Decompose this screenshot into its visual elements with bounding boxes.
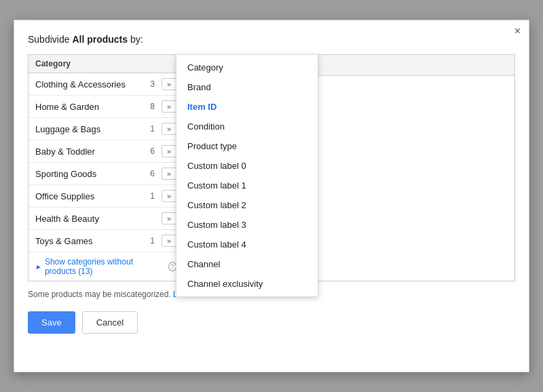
save-button[interactable]: Save bbox=[28, 311, 75, 334]
category-arrow-button[interactable]: » bbox=[162, 190, 176, 202]
category-arrow-button[interactable]: » bbox=[162, 78, 176, 90]
dropdown-item-brand[interactable]: Brand bbox=[176, 77, 318, 97]
left-panel-header: Category bbox=[29, 55, 183, 73]
footer-buttons: Save Cancel bbox=[28, 305, 515, 345]
list-item[interactable]: Health & Beauty » bbox=[29, 208, 183, 230]
show-more-link[interactable]: ► Show categories without products (13) … bbox=[29, 252, 183, 281]
category-name: Baby & Toddler bbox=[35, 146, 150, 157]
category-arrow-button[interactable]: » bbox=[162, 145, 176, 157]
dropdown-item-channelexclusivity[interactable]: Channel exclusivity bbox=[176, 274, 318, 294]
category-arrow-button[interactable]: » bbox=[162, 168, 176, 180]
main-content: Category Clothing & Accessories 3 » Home… bbox=[28, 54, 515, 281]
close-button[interactable]: × bbox=[514, 26, 521, 37]
category-row-right: 8 » bbox=[150, 100, 176, 113]
dropdown-item-customlabel0[interactable]: Custom label 0 bbox=[176, 156, 318, 176]
category-row-right: 6 » bbox=[150, 145, 176, 157]
dropdown-item-customlabel3[interactable]: Custom label 3 bbox=[176, 215, 318, 235]
category-count: 3 bbox=[150, 79, 155, 89]
dialog-title: Subdivide All products by: bbox=[28, 34, 515, 45]
category-count: 1 bbox=[150, 124, 155, 134]
category-count: 8 bbox=[150, 102, 155, 111]
category-row-right: 6 » bbox=[150, 168, 176, 180]
dropdown-item-producttype[interactable]: Product type bbox=[176, 136, 318, 156]
footer-note-text: Some products may be miscategorized. bbox=[28, 290, 171, 299]
cancel-button[interactable]: Cancel bbox=[82, 311, 138, 334]
list-item[interactable]: Luggage & Bags 1 » bbox=[29, 118, 183, 140]
title-suffix: by: bbox=[128, 34, 143, 45]
category-name: Luggage & Bags bbox=[35, 124, 150, 134]
dialog: × Subdivide All products by: Category Cl… bbox=[14, 20, 529, 372]
category-row-right: 1 » bbox=[150, 123, 176, 135]
category-name: Home & Garden bbox=[35, 102, 150, 112]
dropdown-item-customlabel4[interactable]: Custom label 4 bbox=[176, 235, 318, 254]
category-arrow-button[interactable]: » bbox=[162, 100, 176, 113]
dialog-overlay: × Subdivide All products by: Category Cl… bbox=[0, 0, 543, 392]
title-bold: All products bbox=[72, 34, 128, 45]
list-item[interactable]: Home & Garden 8 » bbox=[29, 96, 183, 118]
list-item[interactable]: Baby & Toddler 6 » bbox=[29, 140, 183, 163]
category-count: 6 bbox=[150, 146, 155, 156]
category-list: Clothing & Accessories 3 » Home & Garden… bbox=[29, 73, 183, 252]
category-name: Sporting Goods bbox=[35, 169, 150, 179]
left-panel: Category Clothing & Accessories 3 » Home… bbox=[28, 54, 184, 281]
show-more-text: Show categories without products (13) bbox=[45, 257, 164, 276]
category-row-right: » bbox=[155, 212, 176, 224]
list-item[interactable]: Office Supplies 1 » bbox=[29, 185, 183, 208]
dropdown-item-customlabel1[interactable]: Custom label 1 bbox=[176, 176, 318, 195]
category-name: Toys & Games bbox=[35, 236, 150, 246]
category-row-right: 1 » bbox=[150, 235, 176, 247]
dropdown-item-category[interactable]: Category bbox=[176, 58, 318, 77]
list-item[interactable]: Toys & Games 1 » bbox=[29, 230, 183, 252]
category-name: Office Supplies bbox=[35, 191, 150, 201]
category-row-right: 1 » bbox=[150, 190, 176, 202]
dropdown-item-customlabel2[interactable]: Custom label 2 bbox=[176, 195, 318, 215]
dropdown-menu: Category Brand Item ID Condition Product… bbox=[176, 54, 318, 297]
category-name: Health & Beauty bbox=[35, 214, 155, 224]
list-item[interactable]: Sporting Goods 6 » bbox=[29, 163, 183, 185]
title-prefix: Subdivide bbox=[28, 34, 72, 45]
category-row-right: 3 » bbox=[150, 78, 176, 90]
category-count: 1 bbox=[150, 236, 155, 246]
dropdown-item-channel[interactable]: Channel bbox=[176, 254, 318, 274]
category-count: 6 bbox=[150, 169, 155, 178]
category-name: Clothing & Accessories bbox=[35, 79, 150, 90]
list-item[interactable]: Clothing & Accessories 3 » bbox=[29, 73, 183, 96]
category-arrow-button[interactable]: » bbox=[162, 235, 176, 247]
category-arrow-button[interactable]: » bbox=[162, 123, 176, 135]
category-arrow-button[interactable]: » bbox=[162, 212, 176, 224]
category-count: 1 bbox=[150, 191, 155, 201]
dropdown-item-condition[interactable]: Condition bbox=[176, 117, 318, 136]
triangle-icon: ► bbox=[35, 263, 42, 271]
dropdown-item-itemid[interactable]: Item ID bbox=[176, 97, 318, 117]
